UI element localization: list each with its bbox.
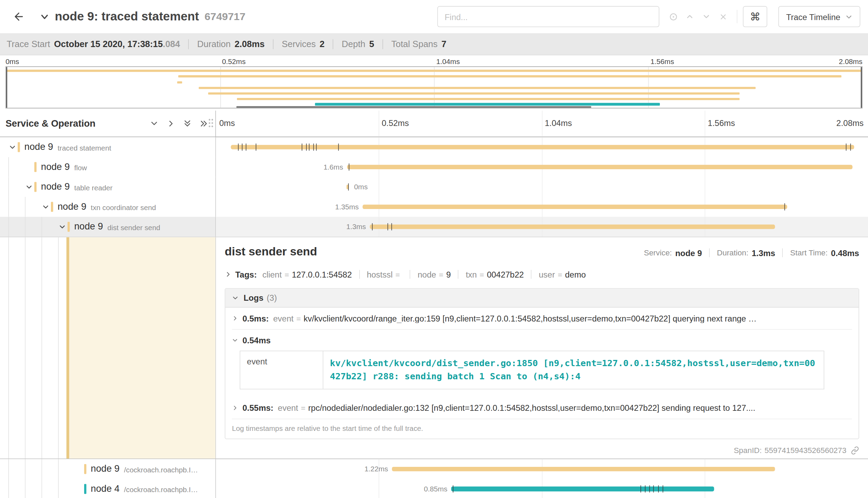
span-bar[interactable] xyxy=(451,487,714,491)
indent-guide xyxy=(8,157,9,177)
span-id-label: SpanID: xyxy=(734,446,762,455)
indent-guide xyxy=(25,217,26,237)
duration-label: Duration xyxy=(197,39,231,49)
summary-divider xyxy=(273,39,274,49)
detail-header: dist sender send Service: node 9 Duratio… xyxy=(225,245,859,258)
subtree-highlight xyxy=(67,237,215,459)
log-marker xyxy=(663,485,663,492)
chevron-right-icon xyxy=(166,119,175,128)
span-duration-label: 1.22ms xyxy=(364,465,388,473)
span-row-label[interactable]: node 9 dist sender send xyxy=(0,217,216,237)
log-marker xyxy=(640,485,641,492)
tick-label: 0.52ms xyxy=(382,118,409,128)
log-value: rpc/nodedialer/nodedialer.go:132 [n9,cli… xyxy=(308,403,852,413)
indent-guide xyxy=(8,177,9,197)
log-marker xyxy=(850,144,851,151)
span-id-value: 5597415943526560273 xyxy=(764,446,846,455)
log-timestamp: 0.55ms: xyxy=(242,403,273,413)
operation-name: /cockroach.roachpb.I… xyxy=(124,465,202,474)
chevron-down-icon[interactable] xyxy=(41,203,50,210)
tick-label: 2.08ms xyxy=(839,57,862,66)
log-entry[interactable]: 0.55ms: event = rpc/nodedialer/nodediale… xyxy=(232,397,852,419)
span-row-label[interactable]: node 9 /cockroach.roachpb.I… xyxy=(0,459,216,479)
chevron-down-icon[interactable] xyxy=(57,223,67,230)
detail-span-title: dist sender send xyxy=(225,245,644,258)
span-row-timeline[interactable] xyxy=(216,137,868,157)
page-title: node 9: traced statement xyxy=(55,9,199,24)
log-marker xyxy=(256,144,256,151)
trace-collapse-toggle[interactable] xyxy=(40,12,49,21)
minimap-drag-handle-left[interactable] xyxy=(6,67,7,108)
span-bar[interactable] xyxy=(347,165,852,169)
span-row-label[interactable]: node 9 table reader xyxy=(0,177,216,197)
timeline-ticks: 0ms 0.52ms 1.04ms 1.56ms 2.08ms xyxy=(216,111,868,137)
tick-label: 0.52ms xyxy=(222,57,246,66)
span-row-timeline[interactable]: 1.3ms xyxy=(216,217,868,237)
span-row-timeline[interactable]: 1.35ms xyxy=(216,197,868,217)
span-row-label[interactable]: node 4 /cockroach.roachpb.I… xyxy=(0,479,216,498)
chevron-right-icon xyxy=(232,405,238,411)
span-row-timeline[interactable]: 0ms xyxy=(216,177,868,197)
back-button[interactable] xyxy=(8,6,30,28)
minimap-span-bar xyxy=(6,70,862,72)
log-timestamp: 0.54ms xyxy=(242,336,271,345)
column-resizer[interactable] xyxy=(208,119,214,121)
summary-divider xyxy=(382,39,383,49)
chevron-down-icon[interactable] xyxy=(8,144,17,151)
trace-page: node 9: traced statement 6749717 xyxy=(0,0,868,498)
keyboard-shortcuts-button[interactable]: ⌘ xyxy=(743,6,767,27)
toolbar-divider xyxy=(737,10,738,23)
span-bar[interactable] xyxy=(363,205,787,209)
log-marker xyxy=(387,223,388,230)
logs-footnote: Log timestamps are relative to the start… xyxy=(232,419,852,439)
chevron-right-icon xyxy=(232,315,238,322)
logs-accordion-header[interactable]: Logs (3) xyxy=(225,289,858,307)
tags-label: Tags: xyxy=(235,270,257,279)
logs-section: Logs (3) 0.5ms: event = kv/kvclient/kvco… xyxy=(225,288,859,439)
indent-guide xyxy=(8,459,9,479)
deep-link-button[interactable] xyxy=(851,446,859,454)
span-bar[interactable] xyxy=(370,225,775,229)
log-entry-header[interactable]: 0.54ms xyxy=(232,336,852,345)
locate-icon xyxy=(668,12,678,21)
service-operation-header: Service & Operation xyxy=(6,118,144,129)
find-input[interactable] xyxy=(437,6,659,27)
span-bar[interactable] xyxy=(392,467,775,471)
logs-body: 0.5ms: event = kv/kvclient/kvcoord/range… xyxy=(225,308,858,439)
expand-one-button[interactable] xyxy=(147,116,161,131)
expand-all-button[interactable] xyxy=(180,116,194,131)
service-name: node 9 xyxy=(74,221,103,232)
span-row-timeline[interactable]: 0.85ms xyxy=(216,479,868,498)
log-marker xyxy=(309,144,310,151)
find-prev-button[interactable] xyxy=(682,8,698,25)
minimap-drag-handle-right[interactable] xyxy=(861,67,862,108)
span-row-label[interactable]: node 9 flow xyxy=(0,157,216,177)
operation-name: /cockroach.roachpb.I… xyxy=(124,485,202,494)
service-name: node 4 xyxy=(91,483,119,495)
span-row-label[interactable]: node 9 txn coordinator send xyxy=(0,197,216,217)
tags-accordion[interactable]: Tags: client=127.0.0.1:54582 hostssl= no… xyxy=(225,268,859,280)
span-row-timeline[interactable]: 1.6ms xyxy=(216,157,868,177)
find-locate-button[interactable] xyxy=(665,8,682,25)
log-marker xyxy=(649,485,650,492)
log-entry[interactable]: 0.5ms: event = kv/kvclient/kvcoord/range… xyxy=(232,308,852,329)
duration-label: Duration: xyxy=(717,248,749,257)
chevron-down-icon[interactable] xyxy=(24,183,33,191)
close-icon xyxy=(719,12,727,21)
span-row-timeline[interactable]: 1.22ms xyxy=(216,459,868,479)
meta-divider xyxy=(782,248,783,257)
collapse-one-button[interactable] xyxy=(163,116,178,131)
span-duration-label: 1.3ms xyxy=(346,223,366,231)
tick-label: 0ms xyxy=(6,57,19,66)
minimap-scrubber[interactable] xyxy=(236,106,591,108)
find-clear-button[interactable] xyxy=(715,8,732,25)
chevron-right-icon xyxy=(225,271,231,278)
tag-item: txn=00427b22 xyxy=(466,270,524,279)
span-bar[interactable] xyxy=(231,145,854,150)
minimap-canvas[interactable] xyxy=(6,66,862,108)
minimap-tick-labels: 0ms 0.52ms 1.04ms 1.56ms 2.08ms xyxy=(6,55,862,66)
find-next-button[interactable] xyxy=(698,8,715,25)
trace-view-select[interactable]: Trace Timeline xyxy=(778,6,860,27)
span-row-label[interactable]: node 9 traced statement xyxy=(0,137,216,157)
log-key: event xyxy=(240,351,324,389)
